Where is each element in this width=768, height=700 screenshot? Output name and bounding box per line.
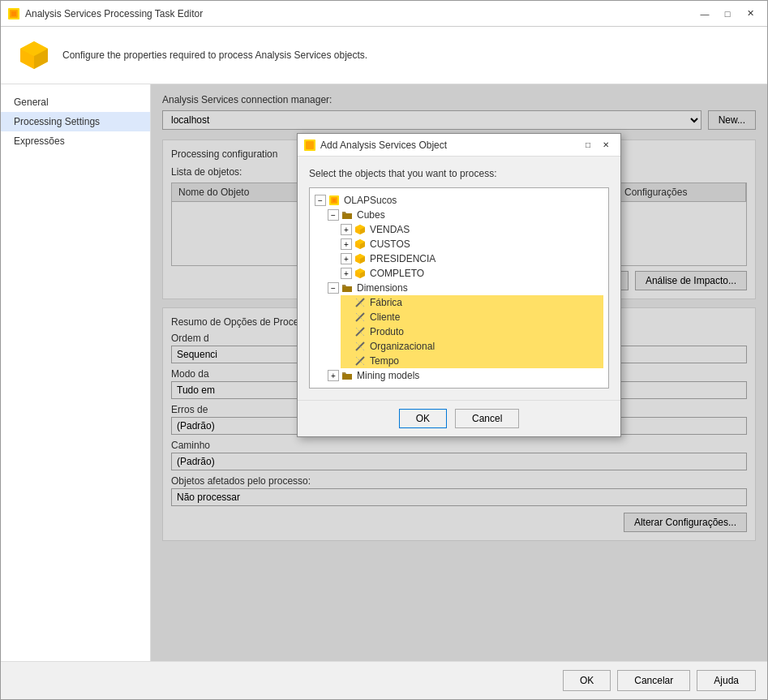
sidebar-item-processing-settings[interactable]: Processing Settings bbox=[1, 112, 150, 131]
tree-label-dimensions: Dimensions bbox=[357, 282, 408, 294]
modal-cancel-button[interactable]: Cancel bbox=[455, 409, 519, 428]
modal-title-buttons: □ ✕ bbox=[580, 139, 614, 152]
tree-label-presidencia: PRESIDENCIA bbox=[370, 253, 435, 264]
tree-container[interactable]: − OLAPSucos bbox=[309, 187, 609, 389]
tree-spacer-produto bbox=[341, 326, 352, 337]
sidebar-item-expressions[interactable]: Expressões bbox=[1, 131, 150, 151]
modal-dialog: Add Analysis Services Object □ ✕ Select … bbox=[297, 133, 621, 437]
minimize-button[interactable]: — bbox=[694, 6, 715, 22]
tree-label-vendas: VENDAS bbox=[370, 224, 410, 235]
tree-expand-vendas[interactable]: + bbox=[341, 224, 352, 235]
window-controls: — □ ✕ bbox=[694, 6, 761, 22]
tree-expand-cubes[interactable]: − bbox=[328, 209, 339, 221]
tree-item-organizacional[interactable]: Organizacional bbox=[341, 339, 603, 354]
tree-item-cubes[interactable]: − Cubes bbox=[328, 208, 603, 222]
title-bar: Analysis Services Processing Task Editor… bbox=[1, 1, 767, 27]
main-content: General Processing Settings Expressões A… bbox=[1, 84, 767, 661]
tree-item-vendas[interactable]: + VENDAS bbox=[341, 222, 603, 237]
close-button[interactable]: ✕ bbox=[740, 6, 761, 22]
tree-label-produto: Produto bbox=[370, 326, 404, 337]
svg-rect-11 bbox=[333, 199, 336, 202]
tree-label-cliente: Cliente bbox=[370, 311, 400, 323]
tree-expand-mining[interactable]: + bbox=[328, 370, 339, 381]
right-panel: Analysis Services connection manager: lo… bbox=[151, 84, 767, 661]
modal-maximize-button[interactable]: □ bbox=[580, 139, 596, 152]
modal-title-left: Add Analysis Services Object bbox=[304, 140, 447, 151]
modal-overlay: Add Analysis Services Object □ ✕ Select … bbox=[151, 84, 767, 661]
help-button[interactable]: Ajuda bbox=[697, 670, 756, 691]
tree-item-cliente[interactable]: Cliente bbox=[341, 310, 603, 324]
tree-expand-custos[interactable]: + bbox=[341, 238, 352, 250]
tree-item-custos[interactable]: + CUSTOS bbox=[341, 237, 603, 251]
tree-item-completo[interactable]: + COMPLETO bbox=[341, 266, 603, 281]
ok-button[interactable]: OK bbox=[563, 670, 611, 691]
dim-icon-cliente bbox=[354, 311, 367, 324]
main-window: Analysis Services Processing Task Editor… bbox=[0, 0, 768, 700]
tree-label-cubes: Cubes bbox=[357, 209, 385, 221]
header-description: Configure the properties required to pro… bbox=[62, 49, 367, 61]
sidebar-item-general[interactable]: General bbox=[1, 92, 150, 112]
modal-icon bbox=[304, 140, 315, 151]
cube-icon-completo bbox=[354, 267, 367, 280]
modal-body: Select the objects that you want to proc… bbox=[298, 157, 620, 400]
modal-ok-button[interactable]: OK bbox=[399, 409, 447, 428]
dim-icon-tempo bbox=[354, 354, 367, 367]
modal-title-text: Add Analysis Services Object bbox=[320, 140, 447, 151]
folder-icon-cubes bbox=[341, 208, 354, 221]
tree-expand-olapsucos[interactable]: − bbox=[315, 195, 326, 206]
tree-expand-completo[interactable]: + bbox=[341, 268, 352, 279]
tree-spacer-fabrica bbox=[341, 297, 352, 308]
tree-expand-dimensions[interactable]: − bbox=[328, 282, 339, 294]
tree-label-organizacional: Organizacional bbox=[370, 341, 435, 352]
modal-title-bar: Add Analysis Services Object □ ✕ bbox=[298, 134, 620, 157]
tree-spacer-organizacional bbox=[341, 341, 352, 352]
app-icon bbox=[7, 7, 20, 20]
tree-expand-presidencia[interactable]: + bbox=[341, 253, 352, 264]
tree-label-olapsucos: OLAPSucos bbox=[344, 195, 397, 206]
cube-icon-custos bbox=[354, 238, 367, 251]
folder-icon-mining bbox=[341, 369, 354, 382]
modal-instruction: Select the objects that you want to proc… bbox=[309, 168, 609, 179]
header-area: Configure the properties required to pro… bbox=[1, 27, 767, 84]
dim-icon-produto bbox=[354, 325, 367, 338]
database-icon bbox=[328, 194, 341, 207]
window-title: Analysis Services Processing Task Editor bbox=[25, 8, 203, 19]
cancel-button[interactable]: Cancelar bbox=[617, 670, 690, 691]
sidebar: General Processing Settings Expressões bbox=[1, 84, 151, 661]
dim-icon-fabrica bbox=[354, 296, 367, 309]
tree-label-fabrica: Fábrica bbox=[370, 297, 402, 308]
tree-label-custos: CUSTOS bbox=[370, 238, 410, 250]
cube-icon-presidencia bbox=[354, 252, 367, 265]
tree-item-presidencia[interactable]: + PRESIDENCIA bbox=[341, 251, 603, 266]
tree-item-produto[interactable]: Produto bbox=[341, 324, 603, 339]
bottom-buttons: OK Cancelar Ajuda bbox=[1, 661, 767, 699]
modal-close-button[interactable]: ✕ bbox=[598, 139, 614, 152]
header-icon bbox=[17, 38, 51, 72]
folder-icon-dimensions bbox=[341, 281, 354, 294]
tree-label-tempo: Tempo bbox=[370, 355, 399, 367]
tree-label-completo: COMPLETO bbox=[370, 268, 424, 279]
tree-item-dimensions[interactable]: − Dimensions bbox=[328, 281, 603, 295]
tree-item-olapsucos[interactable]: − OLAPSucos bbox=[315, 193, 603, 208]
svg-rect-8 bbox=[306, 141, 314, 149]
tree-label-mining: Mining models bbox=[357, 370, 419, 381]
svg-rect-2 bbox=[11, 11, 16, 16]
tree-spacer-tempo bbox=[341, 355, 352, 367]
tree-item-fabrica[interactable]: Fábrica bbox=[341, 295, 603, 310]
maximize-button[interactable]: □ bbox=[717, 6, 738, 22]
cube-icon-vendas bbox=[354, 223, 367, 236]
dim-icon-organizacional bbox=[354, 340, 367, 353]
tree-item-mining-models[interactable]: + Mining models bbox=[328, 368, 603, 383]
modal-footer: OK Cancel bbox=[298, 400, 620, 436]
title-bar-left: Analysis Services Processing Task Editor bbox=[7, 7, 203, 20]
tree-spacer-cliente bbox=[341, 311, 352, 323]
tree-item-tempo[interactable]: Tempo bbox=[341, 354, 603, 368]
